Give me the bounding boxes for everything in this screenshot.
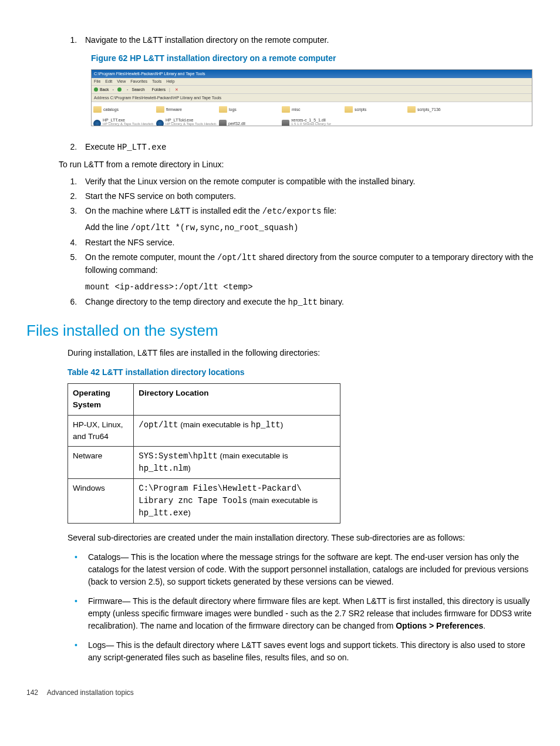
back-button[interactable]: Back <box>100 86 109 93</box>
menu-file[interactable]: File <box>94 79 100 83</box>
linux-step-5: On the remote computer, mount the /opt/l… <box>79 251 534 293</box>
folder-content: catalogs firmware logs misc scripts scri… <box>92 102 532 126</box>
linux-intro: To run L&TT from a remote directory in L… <box>59 158 534 171</box>
menu-help[interactable]: Help <box>166 79 174 83</box>
delete-icon[interactable]: ✕ <box>175 86 178 93</box>
step2-code: HP_LTT.exe <box>117 143 166 152</box>
menu-favorites[interactable]: Favorites <box>130 79 147 83</box>
file-item[interactable]: HP_LTTold.exeHP Library & Tape Tools Hew… <box>156 117 218 126</box>
code-etc-exports: /etc/exports <box>262 207 322 216</box>
file-item[interactable]: xerces-c_1_5_1.dll1.5.1.0 Shared Library… <box>282 117 343 126</box>
linux-step-2: Start the NFS service on both computers. <box>79 190 534 202</box>
bullet-catalogs: Catalogs— This is the location where the… <box>68 551 534 588</box>
table-header-os: Operating System <box>68 384 134 416</box>
folder-item[interactable]: scripts_7136 <box>407 103 469 115</box>
menu-tools[interactable]: Tools <box>152 79 161 83</box>
explorer-screenshot: C:\Program Files\Hewlett-Packard\HP Libr… <box>91 69 532 126</box>
folder-icon <box>407 106 416 113</box>
folder-icon <box>93 106 102 113</box>
code-export-line: /opt/ltt *(rw,sync,no_root_squash) <box>131 223 299 232</box>
folders-button[interactable]: Folders <box>152 86 166 93</box>
after-table-text: Several sub-directories are created unde… <box>68 532 534 544</box>
address-label: Address <box>94 96 109 100</box>
figure-caption: Figure 62 HP L&TT installation directory… <box>91 52 534 65</box>
folder-item[interactable]: logs <box>219 103 281 115</box>
window-titlebar: C:\Program Files\Hewlett-Packard\HP Libr… <box>92 70 532 78</box>
table-cell-loc: /opt/ltt (main executable is hp_ltt) <box>134 415 340 447</box>
forward-button-icon[interactable] <box>117 87 122 92</box>
bullet-logs: Logs— This is the default directory wher… <box>68 639 534 664</box>
window-menubar: File Edit View Favorites Tools Help <box>92 78 532 86</box>
folder-item[interactable]: scripts <box>345 103 406 115</box>
linux-step-1: Verify that the Linux version on the rem… <box>79 175 534 188</box>
remote-windows-steps-cont: Execute HP_LTT.exe <box>26 141 534 154</box>
linux-step-3: On the machine where L&TT is installed e… <box>79 205 534 234</box>
dll-icon <box>219 120 227 127</box>
address-bar[interactable]: Address C:\Program Files\Hewlett-Packard… <box>92 94 532 102</box>
table-cell-loc: SYS:System\hpltt (main executable is hp_… <box>134 447 340 479</box>
section-heading: Files installed on the system <box>26 319 534 342</box>
table-header-row: Operating System Directory Location <box>68 384 340 416</box>
folder-item[interactable]: misc <box>282 103 343 115</box>
back-button-icon[interactable] <box>94 87 98 92</box>
install-locations-table: Operating System Directory Location HP-U… <box>68 383 340 524</box>
table-cell-os: Netware <box>68 447 134 479</box>
page-footer: 142 Advanced installation topics <box>26 687 534 698</box>
table-cell-os: HP-UX, Linux, and Tru64 <box>68 415 134 447</box>
table-cell-loc: C:\Program Files\Hewlett-Packard\ Librar… <box>134 479 340 524</box>
step-1: Navigate to the L&TT installation direct… <box>79 34 534 46</box>
code-hp-ltt: hp_ltt <box>288 298 318 307</box>
menu-edit[interactable]: Edit <box>105 79 112 83</box>
table-caption: Table 42 L&TT installation directory loc… <box>68 366 534 379</box>
table-row: Netware SYS:System\hpltt (main executabl… <box>68 447 340 479</box>
dll-icon <box>282 120 289 127</box>
subdirectory-bullets: Catalogs— This is the location where the… <box>26 551 534 664</box>
code-mount-cmd: mount <ip-address>:/opt/ltt <temp> <box>85 281 534 293</box>
folder-item[interactable]: firmware <box>156 103 218 115</box>
table-header-loc: Directory Location <box>134 384 340 416</box>
hp-exe-icon <box>93 120 101 127</box>
linux-steps: Verify that the Linux version on the rem… <box>26 175 534 309</box>
folder-icon <box>219 106 227 113</box>
hp-exe-icon <box>156 120 164 127</box>
options-preferences-label: Options > Preferences <box>396 621 483 630</box>
table-row: Windows C:\Program Files\Hewlett-Packard… <box>68 479 340 524</box>
folder-item[interactable]: catalogs <box>93 103 155 115</box>
search-button[interactable]: Search <box>131 86 144 93</box>
table-cell-os: Windows <box>68 479 134 524</box>
table-row: HP-UX, Linux, and Tru64 /opt/ltt (main e… <box>68 415 340 447</box>
file-item[interactable]: HP_LTT.exeHP Library & Tape Tools Hewlet… <box>93 117 155 126</box>
code-opt-ltt: /opt/ltt <box>217 253 257 262</box>
section-intro: During installation, L&TT files are inst… <box>68 347 534 359</box>
linux-step-6: Change directory to the temp directory a… <box>79 296 534 309</box>
window-toolbar: Back • • Search Folders | ✕ <box>92 86 532 94</box>
footer-title: Advanced installation topics <box>47 688 134 697</box>
linux-step-4: Restart the NFS service. <box>79 237 534 249</box>
remote-windows-steps: Navigate to the L&TT installation direct… <box>26 34 534 46</box>
folder-icon <box>282 106 290 113</box>
address-value: C:\Program Files\Hewlett-Packard\HP Libr… <box>110 96 221 100</box>
bullet-firmware: Firmware— This is the default directory … <box>68 595 534 632</box>
page-number: 142 <box>26 688 38 697</box>
folder-icon <box>156 106 164 113</box>
step-2: Execute HP_LTT.exe <box>79 141 534 154</box>
file-item[interactable]: perf32.dll <box>219 117 281 126</box>
menu-view[interactable]: View <box>117 79 126 83</box>
folder-icon <box>345 106 353 113</box>
